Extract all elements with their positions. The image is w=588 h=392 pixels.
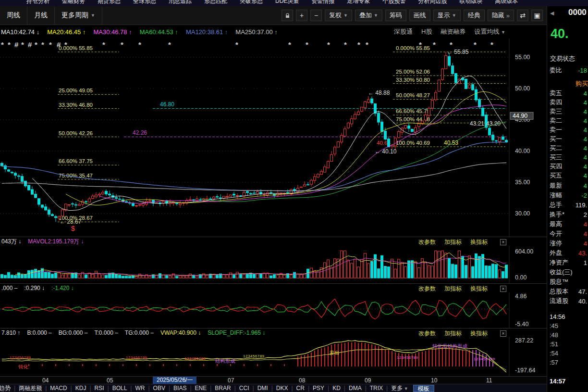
svg-text:*: *: [450, 40, 453, 49]
hide-label: 隐藏: [492, 11, 504, 20]
menu-item[interactable]: 持仓分析: [26, 0, 49, 3]
stat-value: 43.: [578, 250, 587, 257]
indicator-tab[interactable]: ENE: [195, 385, 207, 392]
orderbook-buy-row: 买三4: [547, 153, 588, 162]
svg-text:123456789: 123456789: [10, 355, 31, 360]
svg-text:55.00: 55.00: [515, 54, 530, 61]
menu-item[interactable]: 分析周边股: [418, 0, 447, 3]
overlay-dropdown[interactable]: 叠加▼: [355, 10, 382, 21]
menu-item[interactable]: 全球形态: [133, 0, 156, 3]
close-pane-icon[interactable]: ×: [500, 239, 506, 245]
indicator-value: B:0.000 –: [27, 329, 51, 336]
zoom-out-button[interactable]: −: [310, 10, 322, 21]
pane-link[interactable]: 加指标: [444, 285, 462, 293]
svg-text:*: *: [35, 40, 37, 49]
indicator-tab[interactable]: KD: [332, 385, 341, 392]
volume-chart[interactable]: 604.000.00: [0, 246, 547, 283]
svg-text:*: *: [474, 40, 477, 49]
indicator-tab[interactable]: DKX: [276, 385, 288, 392]
tick-time: :51: [550, 341, 558, 348]
menu-item[interactable]: 定增专家: [347, 0, 370, 3]
close-pane-icon[interactable]: ×: [500, 330, 506, 337]
pane-link[interactable]: 换指标: [470, 238, 488, 246]
swap-layout-button[interactable]: ⇄: [517, 10, 528, 21]
volume-values: 043万 ↓MAVOL2:195.179万 ↓: [1, 238, 84, 246]
weibi-row: 委比-18: [547, 66, 588, 75]
menu-item[interactable]: DDE决策: [275, 0, 299, 3]
svg-text:25.00% 52.06: 25.00% 52.06: [396, 69, 430, 75]
indicator-tab[interactable]: BIAS: [173, 385, 186, 392]
menu-item[interactable]: 联动版块: [459, 0, 482, 3]
indicator-tab[interactable]: CR: [296, 385, 305, 392]
menu-item[interactable]: 资金情报: [311, 0, 334, 3]
volume-pane-header: 043万 ↓MAVOL2:195.179万 ↓改参数加指标换指标×: [0, 237, 547, 246]
indicator-tab[interactable]: OBV: [153, 385, 165, 392]
quote-sidebar: ◀000040.交易状态委比-18购买卖五4卖四4卖三4卖二4卖一4买一4买二4…: [547, 6, 588, 392]
menu-item[interactable]: 消息追踪: [169, 0, 192, 3]
menu-item[interactable]: 高级版本: [495, 0, 518, 3]
market-link[interactable]: 深股通: [394, 27, 413, 36]
stat-label: 换手*: [550, 210, 564, 219]
svg-text:-5.40: -5.40: [515, 321, 529, 328]
close-pane-icon[interactable]: ×: [500, 286, 506, 292]
collapse-sidebar-icon[interactable]: ◀: [550, 10, 554, 16]
svg-text:*: *: [1, 40, 4, 49]
indicator-tab[interactable]: KDJ: [75, 385, 86, 392]
indicator-tab[interactable]: PSY: [313, 385, 324, 392]
orderbook-label: 卖五: [550, 89, 562, 98]
indicator-tab[interactable]: RSI: [95, 385, 104, 392]
more-indicators-button[interactable]: 更多 ▼: [391, 384, 408, 392]
tab-separator: |: [89, 385, 91, 392]
display-dropdown[interactable]: 显示▼: [433, 10, 461, 21]
toolbar-right-group: + − 复权▼ 叠加▼ 筹码 画线 显示▼ 经典 隐藏» ⇄ ▣: [282, 6, 547, 25]
more-periods-dropdown[interactable]: 更多周期▼: [55, 6, 102, 25]
market-links: 深股通H股融资融券: [394, 27, 466, 36]
indicator-tab[interactable]: BRAR: [215, 385, 231, 392]
template-button[interactable]: 模板: [413, 385, 434, 392]
hide-button[interactable]: 隐藏»: [488, 10, 514, 21]
indicator-tab[interactable]: WR: [135, 385, 145, 392]
chips-label: 筹码: [390, 11, 402, 20]
fullscreen-button[interactable]: ▣: [531, 10, 543, 21]
indicator-tab[interactable]: 两融差额: [19, 384, 42, 392]
zoom-in-button[interactable]: +: [296, 10, 307, 21]
menu-item[interactable]: 期货形态: [98, 0, 121, 3]
svg-text:*: *: [21, 40, 24, 49]
indicator-tab[interactable]: CCI: [239, 385, 249, 392]
menu-item[interactable]: 个股预警: [382, 0, 405, 3]
indicator-tab[interactable]: MACD: [50, 385, 67, 392]
top-menu-bar: 持仓分析金融财务期货形态全球形态消息追踪形态匹配突破形态DDE决策资金情报定增专…: [0, 0, 588, 6]
indicator-tab[interactable]: DMA: [349, 385, 362, 392]
main-candlestick-chart[interactable]: 55.0050.0045.0040.0035.0030.000.000% 55.…: [0, 38, 547, 237]
oscillator-chart[interactable]: 4.86-5.40: [0, 292, 547, 328]
pane-link[interactable]: 改参数: [418, 285, 436, 293]
market-link[interactable]: 融资融券: [441, 27, 466, 36]
indicator-tab[interactable]: DMI: [257, 385, 268, 392]
menu-item[interactable]: 突破形态: [240, 0, 263, 3]
pane-link[interactable]: 换指标: [470, 285, 488, 293]
period-month-tab[interactable]: 月线: [27, 6, 55, 25]
buy-button[interactable]: 购买: [576, 79, 588, 88]
oscillator-pane-header: .000 –:0.290 ↓:-1.420 ↓改参数加指标换指标×: [0, 283, 547, 292]
indicator-tab[interactable]: BOLL: [112, 385, 127, 392]
time-axis[interactable]: 040507080910112025/05/26/一: [0, 376, 547, 384]
menu-item[interactable]: 金融财务: [62, 0, 85, 3]
chips-button[interactable]: 筹码: [385, 10, 406, 21]
pane-link[interactable]: 加指标: [444, 238, 462, 246]
period-week-tab[interactable]: 周线: [0, 6, 27, 25]
trend-pane-header: 7.810 ↑B:0.000 –BG:0.000 –T:0.000 –TG:0.…: [0, 328, 547, 337]
indicator-tab[interactable]: TRIX: [370, 385, 383, 392]
draw-line-button[interactable]: 画线: [409, 10, 430, 21]
trend-indicator-chart[interactable]: 123456789钝化123456789123456789结构形成1234567…: [0, 337, 547, 376]
pane-link[interactable]: 改参数: [418, 238, 436, 246]
indicator-tab[interactable]: 多空趋势: [0, 384, 11, 392]
ma-value: MA250:37.00 ↑: [235, 28, 277, 36]
classic-button[interactable]: 经典: [464, 10, 485, 21]
lock-button[interactable]: [282, 10, 293, 21]
ma-settings-dropdown[interactable]: 设置均线 ▼: [474, 27, 505, 36]
adjust-price-dropdown[interactable]: 复权▼: [325, 10, 352, 21]
menu-item[interactable]: 形态匹配: [204, 0, 227, 3]
chevron-down-icon: ▼: [403, 386, 408, 391]
svg-text:*: *: [288, 40, 291, 49]
market-link[interactable]: H股: [421, 27, 432, 36]
